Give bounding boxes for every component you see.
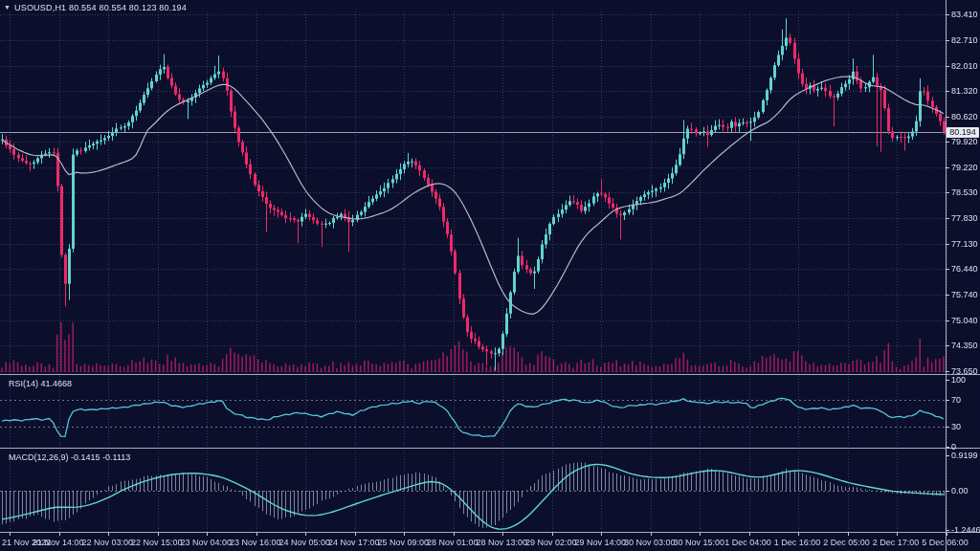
price-tick-label: 79.920 bbox=[951, 138, 978, 146]
price-tick-label: 77.130 bbox=[951, 240, 978, 249]
price-tick-label: 81.320 bbox=[951, 87, 978, 96]
time-tick-label: 25 Nov 09:00 bbox=[377, 539, 429, 547]
rsi-tick-label: 30 bbox=[951, 423, 961, 431]
price-tick-label: 78.530 bbox=[951, 188, 978, 197]
time-tick-label: 2 Dec 17:00 bbox=[873, 539, 920, 547]
time-tick-label: 30 Nov 03:00 bbox=[624, 539, 676, 547]
macd-tick-label: -1.2446 bbox=[951, 526, 980, 535]
time-tick-label: 28 Nov 01:00 bbox=[427, 539, 479, 547]
time-tick-label: 28 Nov 13:00 bbox=[476, 539, 527, 547]
current-price-tag: 80.194 bbox=[947, 127, 979, 138]
time-tick-label: 21 Nov 14:00 bbox=[33, 539, 84, 547]
time-tick-label: 1 Dec 04:00 bbox=[724, 539, 771, 547]
chart-canvas[interactable] bbox=[0, 0, 980, 551]
macd-indicator-label: MACD(12,26,9) -0.1415 -0.1113 bbox=[9, 452, 130, 462]
time-tick-label: 30 Nov 15:00 bbox=[673, 539, 724, 547]
rsi-tick-label: 70 bbox=[951, 396, 961, 405]
time-tick-label: 29 Nov 02:00 bbox=[525, 539, 577, 547]
time-tick-label: 22 Nov 15:00 bbox=[131, 539, 183, 547]
price-tick-label: 74.350 bbox=[951, 342, 978, 350]
price-tick-label: 76.440 bbox=[951, 265, 978, 274]
price-tick-label: 82.710 bbox=[951, 36, 978, 45]
rsi-indicator-label: RSI(14) 41.4668 bbox=[9, 379, 72, 388]
time-tick-label: 23 Nov 16:00 bbox=[230, 539, 281, 547]
price-tick-label: 80.620 bbox=[951, 113, 978, 121]
time-tick-label: 2 Dec 05:00 bbox=[823, 539, 870, 547]
time-tick-label: 1 Dec 16:00 bbox=[774, 539, 821, 547]
time-tick-label: 24 Nov 17:00 bbox=[328, 539, 380, 547]
time-tick-label: 24 Nov 05:00 bbox=[278, 539, 330, 547]
price-tick-label: 83.410 bbox=[951, 11, 978, 19]
collapse-arrow-icon[interactable]: ▼ bbox=[4, 3, 11, 12]
time-tick-label: 23 Nov 04:00 bbox=[180, 539, 232, 547]
trading-chart-window: ▼ USOUSD,H1 80.554 80.554 80.123 80.194 … bbox=[0, 0, 980, 551]
price-tick-label: 75.040 bbox=[951, 317, 978, 325]
price-tick-label: 77.830 bbox=[951, 214, 978, 223]
time-tick-label: 29 Nov 14:00 bbox=[574, 539, 626, 547]
time-tick-label: 22 Nov 03:00 bbox=[81, 539, 133, 547]
rsi-tick-label: 100 bbox=[951, 376, 966, 385]
chart-title: USOUSD,H1 80.554 80.554 80.123 80.194 bbox=[14, 3, 187, 12]
price-tick-label: 82.010 bbox=[951, 62, 978, 71]
time-tick-label: 5 Dec 06:00 bbox=[922, 539, 969, 547]
price-tick-label: 75.740 bbox=[951, 291, 978, 299]
macd-tick-label: 0.00 bbox=[951, 487, 969, 496]
macd-tick-label: 0.9199 bbox=[951, 452, 978, 460]
price-tick-label: 79.220 bbox=[951, 164, 978, 172]
